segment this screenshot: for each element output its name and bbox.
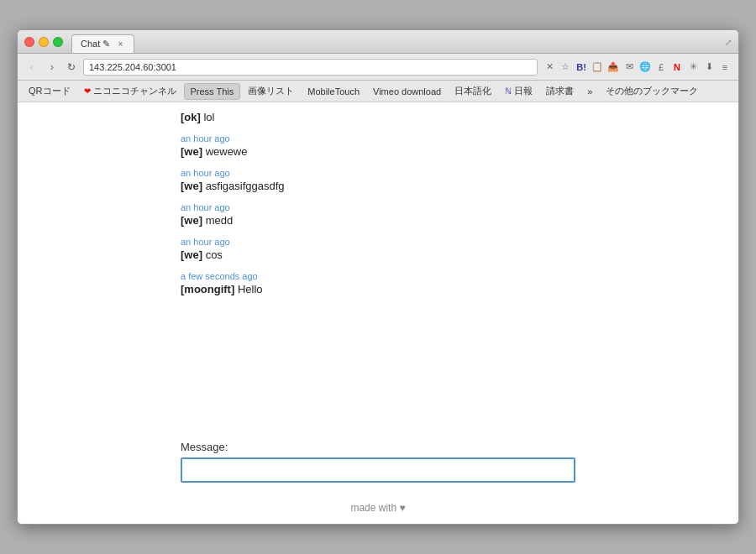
- niconico-bm-icon: ❤: [84, 86, 91, 96]
- bookmark-image-list[interactable]: 画像リスト: [242, 83, 300, 100]
- message-username: [we]: [181, 248, 206, 261]
- bookmark-label: ニコニコチャンネル: [93, 85, 176, 97]
- back-button[interactable]: ‹: [24, 60, 39, 75]
- message-username: [we]: [181, 145, 206, 158]
- message-username: [we]: [181, 180, 206, 192]
- message-text: [moongift] Hello: [181, 283, 575, 295]
- message-timestamp: an hour ago: [181, 202, 575, 212]
- maximize-button[interactable]: [53, 37, 63, 47]
- bookmark-niconico[interactable]: ❤ ニコニコチャンネル: [78, 83, 182, 100]
- message-text: [ok] lol: [181, 111, 575, 123]
- stop-icon[interactable]: ✕: [543, 60, 556, 74]
- footer: made with ♥: [18, 495, 738, 524]
- bookmark-others[interactable]: その他のブックマーク: [600, 83, 704, 100]
- message-username: [moongift]: [181, 283, 238, 295]
- minimize-button[interactable]: [39, 37, 49, 47]
- message-username: [ok]: [181, 111, 203, 123]
- bookmark-more[interactable]: »: [581, 83, 598, 100]
- download-icon[interactable]: ⬇: [702, 60, 716, 74]
- browser-window: Chat ✎ × ⤢ ‹ › ↻ 143.225.204.60:3001 ✕ ☆…: [17, 29, 739, 525]
- address-actions: ✕ ☆ B! 📋 📤 ✉ 🌐 £ N ✳ ⬇ ≡: [543, 60, 732, 74]
- message-block: an hour ago[we] medd: [181, 202, 575, 227]
- bookmark-japanese[interactable]: 日本語化: [449, 83, 497, 100]
- bookmarks-bar: QRコード ❤ ニコニコチャンネル Press This 画像リスト Mobil…: [18, 81, 738, 102]
- message-timestamp: an hour ago: [181, 237, 575, 247]
- mail-icon[interactable]: ✉: [622, 60, 636, 74]
- url-bar[interactable]: 143.225.204.60:3001: [83, 59, 538, 76]
- desktop: Chat ✎ × ⤢ ‹ › ↻ 143.225.204.60:3001 ✕ ☆…: [0, 0, 756, 554]
- message-timestamp: a few seconds ago: [181, 271, 575, 281]
- message-block: a few seconds ago[moongift] Hello: [181, 271, 575, 295]
- resize-icon: ⤢: [725, 37, 732, 46]
- currency-icon[interactable]: £: [654, 60, 668, 74]
- hatena-icon[interactable]: B!: [575, 60, 588, 74]
- url-text: 143.225.204.60:3001: [89, 62, 176, 72]
- footer-text: made with ♥: [350, 502, 405, 514]
- asterisk-icon[interactable]: ✳: [686, 60, 700, 74]
- chat-container: [ok] lolan hour ago[we] wewewean hour ag…: [168, 102, 588, 432]
- bookmark-label: Vimeo download: [373, 86, 441, 97]
- star-icon[interactable]: ☆: [559, 60, 572, 74]
- forward-button[interactable]: ›: [45, 60, 60, 75]
- bookmark-label: MobileTouch: [307, 86, 360, 97]
- tab-title: Chat ✎: [81, 39, 110, 50]
- bookmark-label: 請求書: [546, 85, 574, 97]
- address-bar: ‹ › ↻ 143.225.204.60:3001 ✕ ☆ B! 📋 📤 ✉ 🌐…: [18, 54, 738, 81]
- vpn-icon[interactable]: 🌐: [638, 60, 652, 74]
- message-username: [we]: [181, 214, 206, 227]
- bookmark-vimeo[interactable]: Vimeo download: [367, 83, 447, 100]
- message-text: [we] wewewe: [181, 145, 575, 158]
- message-text: [we] asfigasifggasdfg: [181, 180, 575, 192]
- window-controls-right: ⤢: [725, 37, 732, 46]
- bookmark-label: QRコード: [29, 85, 71, 97]
- page-content: [ok] lolan hour ago[we] wewewean hour ag…: [18, 102, 738, 524]
- refresh-button[interactable]: ↻: [65, 60, 78, 74]
- menu-icon[interactable]: ≡: [718, 60, 732, 74]
- bookmark-label: 日報: [514, 85, 533, 97]
- bookmark-label: Press This: [191, 86, 234, 97]
- share-icon[interactable]: 📤: [606, 60, 620, 74]
- tab-bar: Chat ✎ ×: [71, 30, 732, 53]
- bookmark-press-this[interactable]: Press This: [184, 83, 241, 100]
- bookmark-invoice[interactable]: 請求書: [540, 83, 580, 100]
- message-input[interactable]: [181, 457, 575, 483]
- title-bar: Chat ✎ × ⤢: [18, 30, 738, 54]
- bookmark-label: その他のブックマーク: [606, 85, 698, 97]
- message-timestamp: an hour ago: [181, 168, 575, 178]
- bookmark-mobiletouch[interactable]: MobileTouch: [302, 83, 365, 100]
- active-tab[interactable]: Chat ✎ ×: [71, 34, 134, 53]
- close-button[interactable]: [24, 37, 34, 47]
- message-label: Message:: [181, 441, 575, 453]
- tab-close-button[interactable]: ×: [115, 39, 125, 50]
- message-block: an hour ago[we] wewewe: [181, 133, 575, 158]
- niconico-bm-icon2: ℕ: [505, 86, 512, 96]
- message-block: [ok] lol: [181, 111, 575, 123]
- bookmark-label: 日本語化: [454, 85, 491, 97]
- message-text: [we] cos: [181, 248, 575, 261]
- message-block: an hour ago[we] cos: [181, 237, 575, 261]
- traffic-lights: [24, 37, 63, 47]
- bookmark-label: 画像リスト: [248, 85, 294, 97]
- message-input-area: Message:: [168, 432, 588, 495]
- bookmark-label: »: [587, 86, 592, 97]
- message-block: an hour ago[we] asfigasifggasdfg: [181, 168, 575, 192]
- bookmark-report[interactable]: ℕ 日報: [499, 83, 538, 100]
- bookmark-qrcode[interactable]: QRコード: [23, 83, 76, 100]
- message-text: [we] medd: [181, 214, 575, 227]
- niconico-icon[interactable]: N: [670, 60, 684, 74]
- message-timestamp: an hour ago: [181, 133, 575, 144]
- copy-icon[interactable]: 📋: [591, 60, 604, 74]
